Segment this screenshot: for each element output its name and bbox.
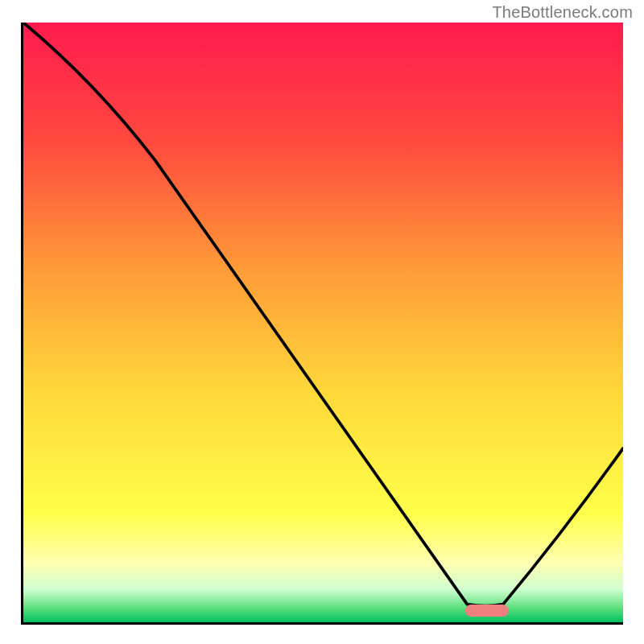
watermark-text: TheBottleneck.com <box>492 3 633 22</box>
optimal-marker <box>465 605 509 617</box>
chart-plot-area <box>21 23 623 625</box>
svg-rect-0 <box>23 23 623 622</box>
chart-background-gradient <box>23 23 623 622</box>
